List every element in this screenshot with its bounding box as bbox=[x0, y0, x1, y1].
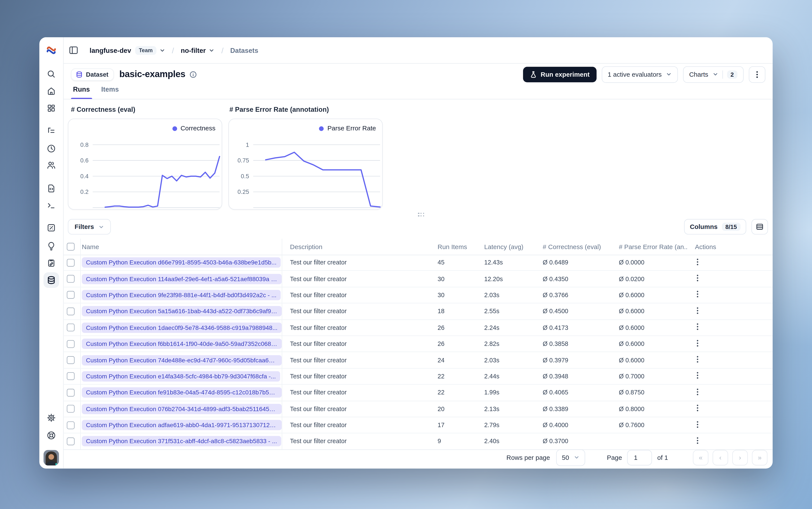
row-actions-kebab-icon[interactable] bbox=[697, 355, 699, 363]
row-checkbox[interactable] bbox=[67, 291, 74, 299]
settings-gear-icon[interactable] bbox=[46, 413, 56, 422]
first-page-button[interactable]: « bbox=[693, 450, 708, 465]
row-height-button[interactable] bbox=[751, 219, 768, 235]
table-row[interactable]: Custom Python Execution 114aa9ef-29e6-4e… bbox=[63, 271, 773, 287]
column-header-parse-error[interactable]: # Parse Error Rate (an... bbox=[611, 243, 687, 250]
row-actions-kebab-icon[interactable] bbox=[697, 291, 699, 298]
column-header-description[interactable]: Description bbox=[282, 243, 430, 250]
home-icon[interactable] bbox=[46, 87, 56, 96]
evaluation-percent-icon[interactable] bbox=[46, 223, 56, 232]
run-name-badge[interactable]: Custom Python Execution fe91b83e-04a5-47… bbox=[82, 387, 282, 398]
row-actions-kebab-icon[interactable] bbox=[697, 437, 699, 444]
row-actions-kebab-icon[interactable] bbox=[697, 274, 699, 281]
run-correctness-value: Ø 0.4500 bbox=[535, 308, 611, 315]
run-name-badge[interactable]: Custom Python Execution 9fe23f98-881e-44… bbox=[82, 290, 281, 300]
next-page-button[interactable]: › bbox=[732, 450, 748, 465]
search-icon[interactable] bbox=[46, 69, 56, 79]
row-actions-kebab-icon[interactable] bbox=[697, 404, 699, 411]
datasets-database-icon[interactable] bbox=[46, 275, 56, 285]
row-checkbox[interactable] bbox=[67, 308, 74, 315]
run-name-badge[interactable]: Custom Python Execution 076b2704-341d-48… bbox=[82, 404, 282, 414]
tab-runs[interactable]: Runs bbox=[71, 86, 92, 99]
button-divider bbox=[722, 70, 722, 78]
column-header-latency[interactable]: Latency (avg) bbox=[476, 243, 535, 250]
annotation-clipboard-pen-icon[interactable] bbox=[46, 259, 56, 268]
columns-button[interactable]: Columns 8/15 bbox=[684, 219, 746, 235]
prev-page-button[interactable]: ‹ bbox=[713, 450, 728, 465]
page-actions-kebab-button[interactable] bbox=[749, 66, 765, 82]
sidebar-toggle-icon[interactable] bbox=[68, 45, 79, 56]
table-row[interactable]: Custom Python Execution 5a15a616-1bab-44… bbox=[63, 303, 773, 320]
row-actions-kebab-icon[interactable] bbox=[697, 307, 699, 314]
resize-handle[interactable] bbox=[417, 212, 425, 218]
run-name-badge[interactable]: Custom Python Execution 371f531c-abff-4d… bbox=[82, 436, 281, 447]
users-icon[interactable] bbox=[46, 161, 56, 170]
tracing-tree-icon[interactable] bbox=[46, 126, 56, 136]
column-header-correctness[interactable]: # Correctness (eval) bbox=[535, 243, 611, 250]
row-checkbox[interactable] bbox=[67, 405, 74, 413]
desktop-background: langfuse-dev Team / no-filter / Datasets… bbox=[0, 0, 812, 509]
run-name-badge[interactable]: Custom Python Execution f6bb1614-1f90-40… bbox=[82, 339, 282, 349]
table-row[interactable]: Custom Python Execution 74de488e-ec9d-47… bbox=[63, 352, 773, 368]
chevron-down-icon[interactable] bbox=[160, 47, 165, 53]
row-actions-kebab-icon[interactable] bbox=[697, 323, 699, 330]
row-actions-kebab-icon[interactable] bbox=[697, 258, 699, 265]
run-name-badge[interactable]: Custom Python Execution d66e7991-8595-45… bbox=[82, 257, 281, 268]
page-number-input[interactable] bbox=[627, 450, 652, 465]
dashboard-icon[interactable] bbox=[46, 104, 56, 113]
run-name-badge[interactable]: Custom Python Execution e14fa348-5cfc-49… bbox=[82, 371, 280, 382]
row-checkbox[interactable] bbox=[67, 373, 74, 380]
row-actions-kebab-icon[interactable] bbox=[697, 420, 699, 428]
row-checkbox[interactable] bbox=[67, 389, 74, 397]
table-row[interactable]: Custom Python Execution adfae619-abb0-4d… bbox=[63, 417, 773, 433]
correctness-line-chart: 0.20.40.60.8 Correctness bbox=[68, 118, 222, 210]
support-lifebuoy-icon[interactable] bbox=[46, 431, 56, 440]
row-actions-kebab-icon[interactable] bbox=[697, 388, 699, 395]
breadcrumb-project[interactable]: no-filter bbox=[181, 46, 206, 54]
run-name-badge[interactable]: Custom Python Execution adfae619-abb0-4d… bbox=[82, 420, 282, 430]
breadcrumb-org[interactable]: langfuse-dev bbox=[90, 46, 131, 54]
langfuse-logo-icon[interactable] bbox=[45, 45, 57, 56]
rows-per-page-select[interactable]: 50 bbox=[556, 449, 585, 466]
user-avatar[interactable] bbox=[43, 450, 59, 466]
charts-dropdown[interactable]: Charts 2 bbox=[683, 66, 744, 82]
table-row[interactable]: Custom Python Execution fe91b83e-04a5-47… bbox=[63, 385, 773, 401]
run-name-badge[interactable]: Custom Python Execution 114aa9ef-29e6-4e… bbox=[82, 274, 282, 284]
last-page-button[interactable]: » bbox=[752, 450, 768, 465]
tab-items[interactable]: Items bbox=[99, 86, 121, 99]
column-header-name[interactable]: Name bbox=[81, 239, 282, 255]
table-row[interactable]: Custom Python Execution 9fe23f98-881e-44… bbox=[63, 287, 773, 303]
row-actions-kebab-icon[interactable] bbox=[697, 372, 699, 379]
table-row[interactable]: Custom Python Execution 076b2704-341d-48… bbox=[63, 401, 773, 417]
run-description: Test our filter creator bbox=[282, 389, 430, 396]
row-checkbox[interactable] bbox=[67, 259, 74, 266]
run-name-badge[interactable]: Custom Python Execution 5a15a616-1bab-44… bbox=[82, 306, 282, 317]
table-row[interactable]: Custom Python Execution 1daec0f9-5e78-43… bbox=[63, 320, 773, 336]
row-checkbox[interactable] bbox=[67, 438, 74, 445]
run-name-badge[interactable]: Custom Python Execution 1daec0f9-5e78-43… bbox=[82, 323, 282, 333]
column-header-run-items[interactable]: Run Items bbox=[430, 243, 476, 250]
info-icon[interactable] bbox=[190, 71, 197, 78]
active-evaluators-dropdown[interactable]: 1 active evaluators bbox=[601, 66, 678, 82]
insights-lightbulb-icon[interactable] bbox=[46, 241, 56, 250]
row-checkbox[interactable] bbox=[67, 275, 74, 283]
filters-button[interactable]: Filters bbox=[68, 219, 110, 235]
table-row[interactable]: Custom Python Execution e14fa348-5cfc-49… bbox=[63, 368, 773, 385]
sessions-clock-icon[interactable] bbox=[46, 144, 56, 154]
chevron-down-icon[interactable] bbox=[209, 47, 214, 53]
row-actions-kebab-icon[interactable] bbox=[697, 339, 699, 346]
column-header-actions: Actions bbox=[687, 243, 773, 250]
table-row[interactable]: Custom Python Execution d66e7991-8595-45… bbox=[63, 255, 773, 271]
row-checkbox[interactable] bbox=[67, 421, 74, 429]
row-checkbox[interactable] bbox=[67, 356, 74, 364]
select-all-checkbox[interactable] bbox=[67, 243, 74, 250]
run-name-badge[interactable]: Custom Python Execution 74de488e-ec9d-47… bbox=[82, 355, 282, 365]
prompts-file-code-icon[interactable] bbox=[46, 184, 56, 193]
breadcrumb-section[interactable]: Datasets bbox=[230, 46, 259, 54]
main-content: langfuse-dev Team / no-filter / Datasets… bbox=[63, 37, 773, 469]
row-checkbox[interactable] bbox=[67, 324, 74, 332]
row-checkbox[interactable] bbox=[67, 340, 74, 348]
table-row[interactable]: Custom Python Execution f6bb1614-1f90-40… bbox=[63, 336, 773, 352]
run-experiment-button[interactable]: Run experiment bbox=[523, 67, 596, 82]
playground-terminal-icon[interactable] bbox=[46, 201, 56, 210]
